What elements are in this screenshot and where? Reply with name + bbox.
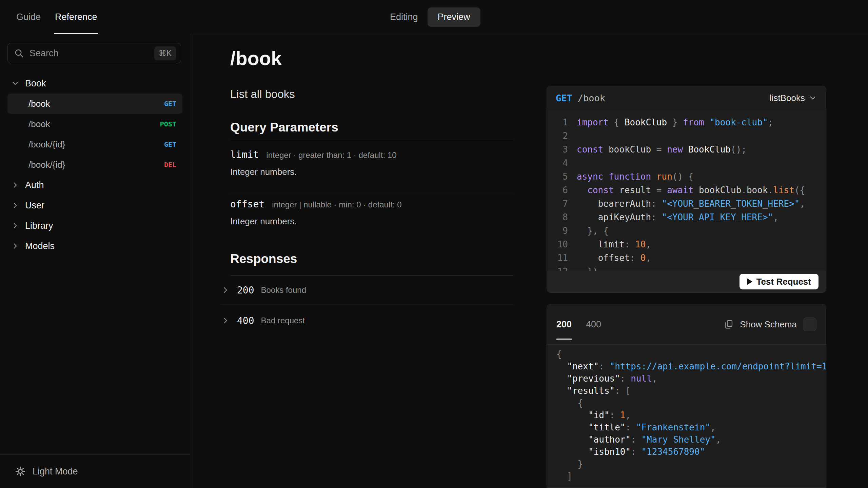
sidebar-section-label: Models	[25, 241, 55, 251]
show-schema-toggle[interactable]	[803, 318, 816, 331]
endpoint-path: /book/{id}	[28, 139, 65, 150]
response-json-block[interactable]: { "next": "https://api.example.com/endpo…	[547, 345, 826, 487]
theme-toggle-label: Light Mode	[33, 466, 78, 477]
code-line: ]	[547, 470, 826, 482]
search-placeholder: Search	[29, 48, 59, 59]
mode-preview[interactable]: Preview	[428, 7, 480, 27]
test-request-button[interactable]: Test Request	[739, 274, 818, 289]
chevron-down-icon	[808, 94, 817, 102]
page-subtitle: List all books	[230, 87, 513, 101]
sidebar-item-book-id-get[interactable]: /book/{id} GET	[7, 134, 182, 155]
code-line: "title": "Frankenstein",	[547, 421, 826, 433]
param-limit: limit integer · greater than: 1 · defaul…	[230, 149, 513, 161]
code-line: 11 offset: 0,	[547, 251, 826, 265]
tab-400[interactable]: 400	[586, 304, 601, 344]
response-row-200[interactable]: 200 Books found	[220, 276, 513, 305]
sidebar-section-user[interactable]: User	[7, 195, 182, 216]
main-content: /book List all books Query Parameters li…	[230, 34, 513, 336]
responses-heading: Responses	[230, 251, 513, 266]
search-icon	[14, 48, 24, 58]
divider	[230, 194, 513, 194]
param-description: Integer numbers.	[230, 216, 513, 227]
tab-reference[interactable]: Reference	[54, 0, 98, 34]
response-code: 400	[237, 315, 254, 326]
response-row-400[interactable]: 400 Bad request	[220, 305, 513, 336]
line-number: 9	[552, 224, 568, 238]
param-name: offset	[230, 198, 264, 210]
request-card-footer: Test Request	[547, 271, 826, 292]
code-line: "id": 1,	[547, 409, 826, 421]
query-parameters-heading: Query Parameters	[230, 120, 513, 135]
topbar: Guide Reference Editing Preview	[0, 0, 868, 34]
param-name: limit	[230, 149, 259, 161]
chevron-down-icon	[11, 79, 20, 88]
param-meta: integer · greater than: 1 · default: 10	[266, 149, 396, 161]
request-method: GET	[556, 93, 572, 103]
request-example-card: GET /book listBooks 1import { BookClub }…	[547, 86, 826, 293]
code-line: 3const bookClub = new BookClub();	[547, 143, 826, 156]
line-number: 10	[552, 238, 568, 251]
sidebar-item-book-id-del[interactable]: /book/{id} DEL	[7, 155, 182, 175]
line-number: 6	[552, 183, 568, 197]
line-number: 8	[552, 210, 568, 224]
sidebar-section-book[interactable]: Book	[7, 73, 182, 94]
request-card-header: GET /book listBooks	[547, 86, 826, 110]
chevron-right-icon	[11, 181, 20, 189]
mode-editing[interactable]: Editing	[390, 12, 418, 22]
sidebar: Search ⌘K Book /book GET /book POST /boo…	[0, 34, 190, 488]
sun-icon	[15, 466, 26, 477]
endpoint-path: /book/{id}	[28, 160, 65, 170]
topbar-tabs: Guide Reference	[16, 0, 98, 34]
code-line: 12 })	[547, 265, 826, 271]
code-line: 5async function run() {	[547, 170, 826, 183]
code-line: "results": [	[547, 385, 826, 397]
param-offset: offset integer | nullable · min: 0 · def…	[230, 198, 513, 211]
play-icon	[747, 278, 752, 285]
tab-200[interactable]: 200	[556, 304, 572, 344]
sidebar-section-label: Auth	[25, 180, 44, 190]
sidebar-item-book-get[interactable]: /book GET	[7, 94, 182, 114]
operation-select[interactable]: listBooks	[770, 93, 817, 103]
tab-guide[interactable]: Guide	[16, 0, 41, 34]
sidebar-section-models[interactable]: Models	[7, 236, 182, 256]
response-code: 200	[237, 285, 254, 296]
search-input[interactable]: Search ⌘K	[7, 43, 181, 63]
test-request-label: Test Request	[756, 277, 811, 287]
show-schema-label: Show Schema	[740, 319, 797, 330]
code-line: }	[547, 458, 826, 470]
code-line: 8 apiKeyAuth: "<YOUR_API_KEY_HERE>",	[547, 210, 826, 224]
response-card-header: 200 400 Show Schema	[547, 304, 826, 345]
line-number: 3	[552, 143, 568, 156]
code-line: 10 limit: 10,	[547, 238, 826, 251]
code-line: "previous": null,	[547, 372, 826, 385]
code-line: "author": "Mary Shelley",	[547, 433, 826, 446]
operation-label: listBooks	[770, 93, 805, 103]
chevron-right-icon	[221, 316, 230, 325]
code-line: "isbn10": "1234567890"	[547, 446, 826, 458]
endpoint-path: /book	[28, 119, 50, 129]
app-root: Guide Reference Editing Preview Search ⌘…	[0, 0, 868, 488]
endpoint-path: /book	[28, 99, 50, 109]
code-line: {	[547, 397, 826, 409]
code-line: 9 }, {	[547, 224, 826, 238]
line-number: 4	[552, 156, 568, 170]
schema-controls: Show Schema	[724, 318, 816, 331]
code-line: 6 const result = await bookClub.book.lis…	[547, 183, 826, 197]
mode-toggle: Editing Preview	[390, 0, 480, 34]
code-line: 7 bearerAuth: "<YOUR_BEARER_TOKEN_HERE>"…	[547, 197, 826, 210]
line-number: 5	[552, 170, 568, 183]
line-number: 1	[552, 116, 568, 129]
sidebar-section-library[interactable]: Library	[7, 216, 182, 236]
copy-icon[interactable]	[724, 319, 734, 329]
request-code-block[interactable]: 1import { BookClub } from "book-club";23…	[547, 110, 826, 271]
sidebar-section-label: User	[25, 200, 44, 211]
code-line: 2	[547, 129, 826, 143]
code-line: 1import { BookClub } from "book-club";	[547, 116, 826, 129]
sidebar-section-auth[interactable]: Auth	[7, 175, 182, 195]
code-line: {	[547, 348, 826, 360]
request-path: /book	[578, 93, 605, 103]
theme-toggle-button[interactable]: Light Mode	[0, 454, 190, 488]
sidebar-item-book-post[interactable]: /book POST	[7, 114, 182, 134]
chevron-right-icon	[11, 242, 20, 250]
method-badge: GET	[164, 140, 176, 148]
